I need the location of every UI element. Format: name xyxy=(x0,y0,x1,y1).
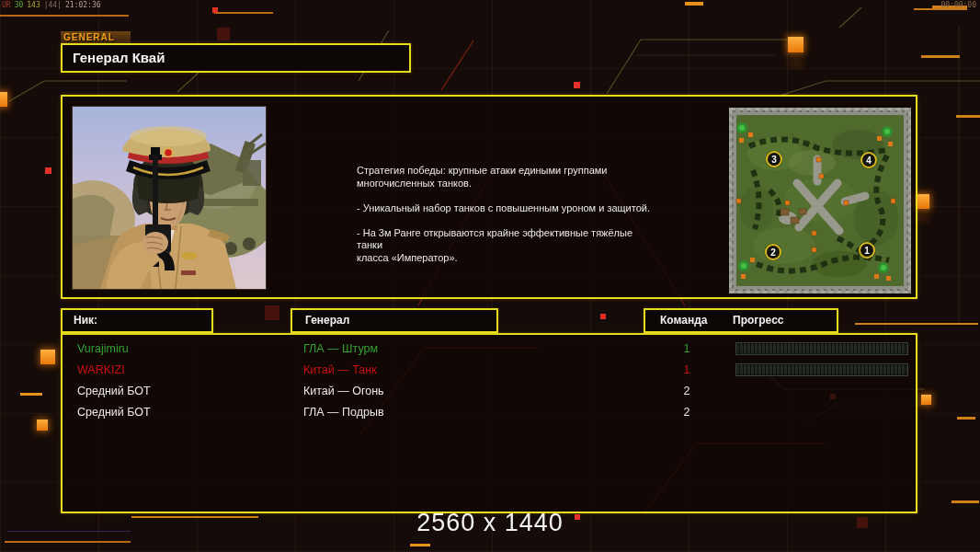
resolution-label: 2560 x 1440 xyxy=(0,509,980,537)
player-row: WARKIZI Китай — Танк 1 xyxy=(63,360,912,380)
general-title: Генерал Квай xyxy=(61,43,411,73)
player-row: Vurajimiru ГЛА — Штурм 1 xyxy=(63,339,912,359)
player-progress-bar xyxy=(735,342,908,355)
player-general: ГЛА — Подрыв xyxy=(303,402,384,422)
player-name: WARKIZI xyxy=(77,360,125,380)
marker-1: 1 xyxy=(864,246,870,256)
game-lobby-screen: UR30143|44|21:02:36 00:00:00 GENERAL Ген… xyxy=(0,0,980,552)
status-part: 30 xyxy=(15,1,24,9)
players-panel: Vurajimiru ГЛА — Штурм 1 WARKIZI Китай —… xyxy=(61,333,917,513)
player-team: 2 xyxy=(678,402,696,422)
player-team: 1 xyxy=(678,339,696,359)
player-general: Китай — Огонь xyxy=(303,381,384,401)
player-team: 1 xyxy=(678,360,696,380)
general-tab-label: GENERAL xyxy=(61,31,131,43)
column-header-nick: Ник: xyxy=(61,308,213,333)
status-part: 21:02:36 xyxy=(65,1,101,9)
minimap: 3 4 2 1 xyxy=(729,108,911,293)
status-part: UR xyxy=(2,1,11,9)
column-header-team-progress: Команда Прогресс xyxy=(644,308,838,333)
general-info-panel: Стратегия победы: крупные атаки едиными … xyxy=(61,95,917,299)
player-row: Средний БОТ ГЛА — Подрыв 2 xyxy=(63,402,912,422)
player-name: Средний БОТ xyxy=(77,381,151,401)
player-name: Средний БОТ xyxy=(77,402,151,422)
player-team: 2 xyxy=(678,381,696,401)
match-timer: 00:00:00 xyxy=(940,1,976,9)
debug-status-text: UR30143|44|21:02:36 xyxy=(2,1,105,9)
status-part: |44| xyxy=(44,1,62,9)
general-description: Стратегия победы: крупные атаки едиными … xyxy=(357,165,660,264)
column-header-general: Генерал xyxy=(291,308,498,333)
status-part: 143 xyxy=(27,1,40,9)
general-portrait-image xyxy=(73,107,266,289)
player-general: Китай — Танк xyxy=(303,360,377,380)
player-row: Средний БОТ Китай — Огонь 2 xyxy=(63,381,912,401)
column-header-progress: Прогресс xyxy=(733,310,783,331)
player-general: ГЛА — Штурм xyxy=(303,339,378,359)
marker-2: 2 xyxy=(770,247,776,258)
player-progress-bar xyxy=(735,363,908,376)
marker-3: 3 xyxy=(771,155,777,165)
column-header-team: Команда xyxy=(660,310,707,331)
marker-4: 4 xyxy=(866,155,872,166)
general-portrait xyxy=(72,106,267,290)
player-name: Vurajimiru xyxy=(77,339,129,359)
